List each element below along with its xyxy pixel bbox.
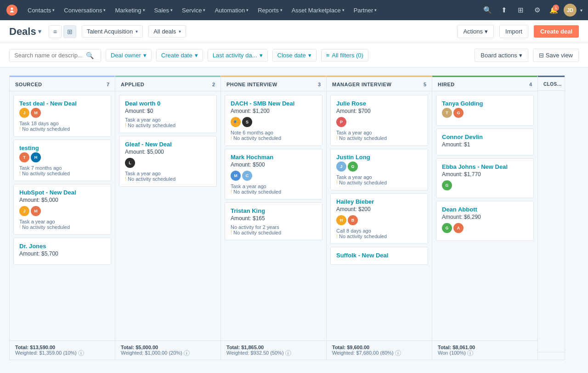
column-header-closed: CLOS... xyxy=(538,76,565,91)
notifications-icon-button[interactable]: 🔔 1 xyxy=(547,4,560,17)
pipeline-selector[interactable]: Talent Acquisition ▾ xyxy=(82,25,143,38)
avatar: A xyxy=(453,223,464,233)
avatar: S xyxy=(242,117,252,127)
info-icon[interactable]: i xyxy=(78,350,84,356)
column-title-sourced: SOURCED xyxy=(15,82,104,87)
board-actions-button[interactable]: Board actions ▾ xyxy=(475,49,528,62)
nav-item-reports[interactable]: Reports ▾ xyxy=(254,5,286,16)
deal-meta: No activity for 2 years xyxy=(231,224,317,230)
deal-name: HubSpot - New Deal xyxy=(19,189,105,196)
deal-card[interactable]: Hailey Bieber Amount: $200 H B Call 8 da… xyxy=(330,193,428,244)
chevron-down-icon: ▾ xyxy=(103,8,106,12)
filter-lines-icon: ≡ xyxy=(326,52,330,59)
deal-name: Tristan King xyxy=(231,207,317,214)
avatar-chevron-icon: ▾ xyxy=(580,8,582,13)
deal-card[interactable]: Tanya Golding T G xyxy=(436,95,534,126)
info-icon[interactable]: i xyxy=(467,350,473,356)
deal-name: Hailey Bieber xyxy=(336,198,422,205)
chevron-down-icon: ▾ xyxy=(280,8,283,12)
deal-card[interactable]: Test deal - New Deal J M Task 18 days ag… xyxy=(13,95,111,137)
user-avatar[interactable]: JD xyxy=(564,4,577,17)
info-icon[interactable]: i xyxy=(184,350,190,356)
column-footer-hired: Total: $8,061.00 Won (100%) i xyxy=(432,340,537,360)
page-subheader: Deals ▾ ≡ ⊞ Talent Acquisition ▾ All dea… xyxy=(0,20,588,43)
deal-card[interactable]: Dr. Jones Amount: $5,700 xyxy=(13,238,111,265)
all-filters-button[interactable]: ≡ All filters (0) xyxy=(321,49,368,61)
save-view-button[interactable]: ⊟ Save view xyxy=(533,49,579,62)
upgrade-icon-button[interactable]: ⬆ xyxy=(498,4,510,17)
deal-card[interactable]: Suffolk - New Deal xyxy=(330,247,428,265)
search-icon[interactable]: 🔍 xyxy=(86,52,94,59)
nav-item-service[interactable]: Service ▾ xyxy=(178,5,209,16)
nav-item-partner[interactable]: Partner ▾ xyxy=(350,5,381,16)
search-box[interactable]: 🔍 xyxy=(9,49,101,62)
avatar: L xyxy=(125,158,135,168)
avatar: H xyxy=(336,215,346,225)
column-footer-closed xyxy=(538,352,565,360)
deal-amount: Amount: $5,000 xyxy=(125,149,211,155)
deal-meta: Task 18 days ago xyxy=(19,121,105,126)
nav-item-contacts[interactable]: Contacts ▾ xyxy=(24,5,58,16)
column-total: Total: $1,865.00 xyxy=(226,345,321,350)
nav-item-automation[interactable]: Automation ▾ xyxy=(211,5,252,16)
list-view-button[interactable]: ≡ xyxy=(49,25,62,38)
column-applied: APPLIED 2 Deal worth 0 Amount: $0 Task a… xyxy=(115,75,220,360)
chevron-down-icon: ▾ xyxy=(374,8,377,12)
board-view-button[interactable]: ⊞ xyxy=(63,25,76,38)
close-date-filter[interactable]: Close date ▾ xyxy=(272,49,317,61)
deal-card[interactable]: Ebba Johns - New Deal Amount: $1,770 G xyxy=(436,158,534,198)
deal-avatars: M C xyxy=(231,171,317,181)
import-button[interactable]: Import xyxy=(499,25,528,38)
deal-avatars: T H xyxy=(19,152,105,162)
nav-item-marketing[interactable]: Marketing ▾ xyxy=(111,5,148,16)
deal-card[interactable]: Mark Hochman Amount: $500 M C Task a yea… xyxy=(225,149,322,200)
info-icon[interactable]: i xyxy=(395,350,401,356)
avatar: G xyxy=(453,108,464,118)
last-activity-filter[interactable]: Last activity da... ▾ xyxy=(208,49,268,61)
deal-owner-filter[interactable]: Deal owner ▾ xyxy=(106,49,152,61)
nav-item-asset-marketplace[interactable]: Asset Marketplace ▾ xyxy=(288,5,348,16)
nav-item-conversations[interactable]: Conversations ▾ xyxy=(60,5,109,16)
chevron-down-icon: ▾ xyxy=(143,8,145,12)
deal-filter-selector[interactable]: All deals ▾ xyxy=(148,25,186,38)
deal-card[interactable]: Julie Rose Amount: $700 P Task a year ag… xyxy=(330,95,428,146)
deal-name: testing xyxy=(19,145,105,151)
deal-card[interactable]: DACH - SMB New Deal Amount: $1,200 🎭 S N… xyxy=(225,95,322,146)
column-header-applied: APPLIED 2 xyxy=(115,76,220,91)
deal-card[interactable]: testing T H Task 7 months ago ! No activ… xyxy=(13,139,111,181)
chevron-down-icon: ▾ xyxy=(52,8,55,12)
settings-icon-button[interactable]: ⚙ xyxy=(531,4,543,17)
deal-amount: Amount: $1,770 xyxy=(442,171,528,178)
deal-name: Deal worth 0 xyxy=(125,100,211,107)
deal-card[interactable]: Deal worth 0 Amount: $0 Task a year ago … xyxy=(119,95,217,133)
search-icon-button[interactable]: 🔍 xyxy=(481,4,494,17)
deal-card[interactable]: Tristan King Amount: $165 No activity fo… xyxy=(225,202,322,240)
avatar: P xyxy=(336,117,346,127)
avatar: G xyxy=(442,223,452,233)
column-weighted: Won (100%) i xyxy=(438,350,532,356)
nav-item-sales[interactable]: Sales ▾ xyxy=(151,5,177,16)
deal-card[interactable]: HubSpot - New Deal Amount: $5,000 J M Ta… xyxy=(13,184,111,235)
hubspot-logo[interactable] xyxy=(6,4,18,17)
deals-chevron-icon[interactable]: ▾ xyxy=(38,28,41,35)
actions-button[interactable]: Actions ▾ xyxy=(457,25,494,38)
page-title: Deals ▾ xyxy=(9,26,41,38)
column-total: Total: $5,000.00 xyxy=(121,345,215,350)
actions-chevron-icon: ▾ xyxy=(485,28,488,35)
column-cards-sourced: Test deal - New Deal J M Task 18 days ag… xyxy=(10,91,115,340)
deal-card[interactable]: Dean Abbott Amount: $6,290 G A xyxy=(436,201,534,241)
grid-icon-button[interactable]: ⊞ xyxy=(514,4,527,17)
create-date-filter[interactable]: Create date ▾ xyxy=(156,49,203,61)
search-input[interactable] xyxy=(14,52,83,59)
deal-card[interactable]: Connor Devlin Amount: $1 xyxy=(436,128,534,156)
chevron-down-icon: ▾ xyxy=(203,8,205,12)
create-deal-button[interactable]: Create deal xyxy=(534,25,579,38)
column-weighted: Weighted: $1,359.00 (10%) i xyxy=(15,350,109,356)
info-icon[interactable]: i xyxy=(285,350,291,356)
close-date-chevron-icon: ▾ xyxy=(308,52,311,59)
column-manager-interview: MANAGER INTERVIEW 5 Julie Rose Amount: $… xyxy=(326,75,432,360)
deal-meta: Task 7 months ago xyxy=(19,165,105,171)
deal-card[interactable]: Gleaf - New Deal Amount: $5,000 L Task a… xyxy=(119,136,217,187)
notification-count: 1 xyxy=(553,5,559,11)
deal-card[interactable]: Justin Long J G Task a year ago ! No act… xyxy=(330,149,428,190)
